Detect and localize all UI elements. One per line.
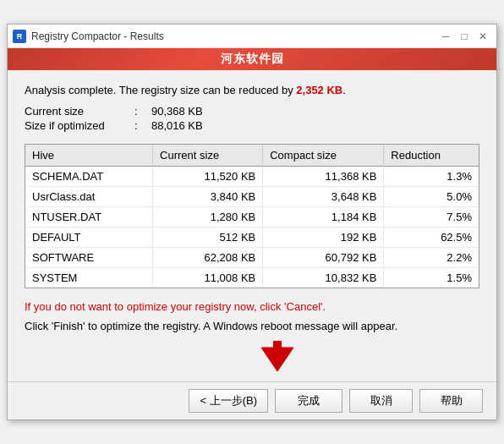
back-button[interactable]: < 上一步(B): [189, 389, 268, 413]
cell-hive: UsrClass.dat: [25, 187, 153, 207]
optimized-size-row: Size if optimized : 88,016 KB: [25, 119, 479, 132]
cell-current: 11,008 KB: [153, 268, 263, 288]
current-size-label: Current size: [25, 105, 134, 118]
close-button[interactable]: ✕: [474, 28, 491, 45]
notice-line2: Click 'Finish' to optimize the registry.…: [25, 320, 479, 332]
cell-hive: DEFAULT: [25, 227, 153, 248]
analysis-text: Analysis complete. The registry size can…: [25, 84, 479, 96]
cell-reduction: 1.5%: [384, 268, 479, 288]
watermark-text: 河东软件园: [221, 52, 284, 65]
cell-compact: 192 KB: [263, 227, 384, 248]
arrow-container: [75, 339, 479, 373]
cell-reduction: 62.5%: [384, 227, 479, 248]
maximize-button[interactable]: □: [456, 28, 473, 45]
table-row: SOFTWARE62,208 KB60,792 KB2.2%: [25, 248, 479, 268]
optimized-size-label: Size if optimized: [25, 119, 134, 132]
button-bar: < 上一步(B) 完成 取消 帮助: [8, 381, 496, 419]
cancel-button[interactable]: 取消: [349, 389, 413, 413]
table-row: SCHEMA.DAT11,520 KB11,368 KB1.3%: [25, 167, 479, 187]
window-title: Registry Compactor - Results: [31, 30, 164, 42]
cell-compact: 1,184 KB: [263, 207, 384, 227]
main-content: Analysis complete. The registry size can…: [8, 70, 496, 381]
help-button[interactable]: 帮助: [419, 389, 483, 413]
finish-button[interactable]: 完成: [275, 389, 342, 413]
analysis-prefix: Analysis complete. The registry size can…: [25, 84, 296, 96]
cell-reduction: 5.0%: [384, 187, 479, 207]
cell-reduction: 1.3%: [384, 167, 479, 187]
notice-line1-text: If you do not want to optimize your regi…: [25, 300, 326, 313]
table-row: UsrClass.dat3,840 KB3,648 KB5.0%: [25, 187, 479, 207]
cell-current: 1,280 KB: [153, 207, 263, 227]
notice-line1: If you do not want to optimize your regi…: [25, 300, 479, 313]
app-icon: R: [13, 30, 26, 43]
table-row: SYSTEM11,008 KB10,832 KB1.5%: [25, 268, 479, 288]
svg-rect-1: [273, 341, 282, 358]
analysis-reduction: 2,352 KB: [296, 84, 342, 96]
table-row: NTUSER.DAT1,280 KB1,184 KB7.5%: [25, 207, 479, 227]
watermark-bar: 河东软件园: [8, 48, 496, 70]
titlebar: R Registry Compactor - Results ─ □ ✕: [8, 25, 496, 48]
down-arrow-icon: [256, 339, 299, 373]
optimized-size-value: 88,016 KB: [151, 119, 203, 132]
cell-compact: 60,792 KB: [263, 248, 384, 268]
cell-hive: SYSTEM: [25, 268, 153, 288]
notice-line2-text: Click 'Finish' to optimize the registry.…: [25, 320, 397, 332]
minimize-button[interactable]: ─: [437, 28, 454, 45]
table-header-row: Hive Current size Compact size Reduction: [25, 145, 479, 167]
cell-current: 3,840 KB: [153, 187, 263, 207]
cell-reduction: 7.5%: [384, 207, 479, 227]
current-size-value: 90,368 KB: [151, 105, 203, 118]
current-size-row: Current size : 90,368 KB: [25, 105, 479, 118]
main-window: R Registry Compactor - Results ─ □ ✕ 河东软…: [7, 24, 497, 420]
cell-hive: SCHEMA.DAT: [25, 167, 153, 187]
cell-current: 512 KB: [153, 227, 263, 248]
hive-table-container: Hive Current size Compact size Reduction…: [25, 144, 479, 288]
optimized-size-colon: :: [134, 119, 151, 132]
cell-current: 11,520 KB: [153, 167, 263, 187]
col-header-hive: Hive: [25, 145, 153, 167]
current-size-colon: :: [134, 105, 151, 118]
col-header-compact: Compact size: [263, 145, 384, 167]
cell-reduction: 2.2%: [384, 248, 479, 268]
table-row: DEFAULT512 KB192 KB62.5%: [25, 227, 479, 248]
cell-compact: 10,832 KB: [263, 268, 384, 288]
cell-current: 62,208 KB: [153, 248, 263, 268]
hive-table: Hive Current size Compact size Reduction…: [25, 145, 479, 288]
cell-hive: SOFTWARE: [25, 248, 153, 268]
analysis-suffix: .: [342, 84, 346, 96]
cell-compact: 3,648 KB: [263, 187, 384, 207]
col-header-current: Current size: [153, 145, 263, 167]
size-info: Current size : 90,368 KB Size if optimiz…: [25, 105, 479, 132]
cell-compact: 11,368 KB: [263, 167, 384, 187]
col-header-reduction: Reduction: [384, 145, 479, 167]
cell-hive: NTUSER.DAT: [25, 207, 153, 227]
window-controls: ─ □ ✕: [437, 28, 491, 45]
titlebar-left: R Registry Compactor - Results: [13, 30, 164, 43]
